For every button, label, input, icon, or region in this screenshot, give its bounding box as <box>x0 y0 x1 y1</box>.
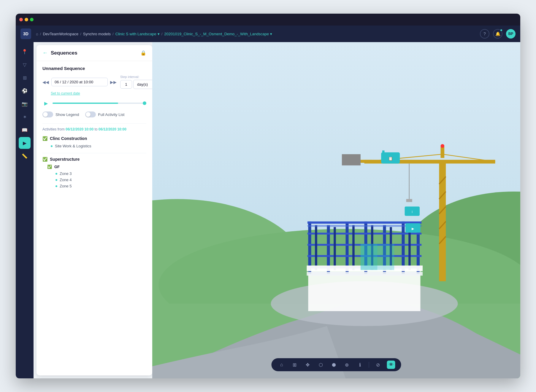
tree-parent-superstructure[interactable]: ✅ Superstructure <box>42 157 146 162</box>
svg-rect-29 <box>378 244 394 270</box>
svg-text:i: i <box>412 210 413 213</box>
toolbar-frame-icon[interactable]: ⬡ <box>317 361 325 369</box>
bullet-icon-4 <box>55 185 57 187</box>
superstructure-label: Superstructure <box>50 157 80 162</box>
tree-children-gf: Zone 3 Zone 4 Zone 5 <box>47 171 146 188</box>
sidebar-item-ruler[interactable]: 📏 <box>19 150 31 162</box>
svg-rect-20 <box>334 227 336 270</box>
bullet-icon <box>51 145 53 147</box>
sidebar-item-camera[interactable]: 📷 <box>19 98 31 110</box>
datetime-input[interactable] <box>51 78 108 86</box>
minimize-dot[interactable] <box>25 18 28 21</box>
tree-child-sitework[interactable]: Site Work & Logistics <box>51 144 146 148</box>
check-circle-icon-3: ✅ <box>47 165 52 169</box>
full-activity-toggle-group: Full Activity List <box>85 111 125 117</box>
close-dot[interactable] <box>19 18 23 21</box>
panel-title: Sequences <box>51 50 77 56</box>
tree-child-zone4[interactable]: Zone 4 <box>55 178 146 182</box>
breadcrumb-sep2: / <box>80 32 81 36</box>
svg-rect-27 <box>307 272 423 276</box>
home-icon[interactable]: ⌂ <box>36 32 38 36</box>
back-button[interactable]: ← <box>42 50 48 56</box>
app-logo: 3D <box>20 28 31 39</box>
panel-content: Unnamed Sequence ◀◀ ▶▶ Step interval: da… <box>37 61 152 375</box>
top-navigation: 3D ⌂ / DevTeamWorkspace / Synchro models… <box>16 26 520 42</box>
play-button[interactable]: ▶ <box>42 100 50 107</box>
sequence-name: Unnamed Sequence <box>42 66 146 71</box>
bullet-icon-2 <box>55 173 57 175</box>
tree-section-superstructure: ✅ Superstructure ✅ GF Zone 3 <box>42 157 146 188</box>
tree-subparent-gf-row[interactable]: ✅ GF <box>47 165 146 169</box>
breadcrumb: ⌂ / DevTeamWorkspace / Synchro models / … <box>36 32 478 36</box>
toolbar-divider <box>369 362 369 368</box>
divider-2 <box>42 153 146 153</box>
breadcrumb-clinic[interactable]: Clinic S with Landscape ▾ <box>115 32 160 36</box>
scene: 📋 i ▶ ⌂ ⊞ ✥ ⬡ ⬢ ⊕ <box>152 42 520 378</box>
progress-handle[interactable] <box>143 101 146 105</box>
toolbar-eye-icon[interactable]: 👁 <box>387 361 395 369</box>
breadcrumb-synchro[interactable]: Synchro models <box>83 32 111 36</box>
svg-rect-15 <box>307 233 421 235</box>
panel-header-left: ← Sequences <box>42 50 77 56</box>
breadcrumb-workspace[interactable]: DevTeamWorkspace <box>43 32 78 36</box>
toolbar-perspective-icon[interactable]: ⬢ <box>330 361 338 369</box>
sidebar-item-location[interactable]: 📍 <box>19 46 31 58</box>
sidebar-item-navigation[interactable]: ▽ <box>19 59 31 71</box>
help-button[interactable]: ? <box>480 29 489 39</box>
svg-rect-19 <box>315 225 317 270</box>
playback-row: ▶ <box>42 100 146 107</box>
prev-button[interactable]: ◀◀ <box>42 80 49 85</box>
gf-label: GF <box>54 165 60 169</box>
toolbar-info-icon[interactable]: ℹ <box>356 361 364 369</box>
avatar-button[interactable]: BP <box>506 29 516 39</box>
bullet-icon-3 <box>55 179 57 181</box>
sidebar-item-soccer[interactable]: ⚽ <box>19 85 31 97</box>
maximize-dot[interactable] <box>30 18 34 21</box>
step-label: Step interval: <box>120 75 152 79</box>
svg-rect-41 <box>441 147 445 158</box>
zone3-label: Zone 3 <box>60 171 72 176</box>
main-content: 📍 ▽ ⊞ ⚽ 📷 ✶ 📖 ▶ 📏 ← Sequences 🔒 Unnamed … <box>16 42 520 378</box>
show-legend-toggle[interactable] <box>42 111 53 117</box>
chevron-down-icon: ▾ <box>158 32 160 36</box>
next-button[interactable]: ▶▶ <box>110 80 117 85</box>
activity-info: Activities from 06/12/2020 10:00 to 06/1… <box>42 127 146 131</box>
viewport-3d[interactable]: 📋 i ▶ ⌂ ⊞ ✥ ⬡ ⬢ ⊕ <box>152 42 520 378</box>
sidebar-item-person[interactable]: ✶ <box>19 111 31 123</box>
breadcrumb-sep1: / <box>40 32 41 36</box>
progress-bar[interactable] <box>53 103 146 104</box>
sidebar-item-sequence[interactable]: ▶ <box>19 137 31 149</box>
progress-fill <box>53 103 118 104</box>
toggle-thumb-2 <box>86 112 91 117</box>
toggles-row: Show Legend Full Activity List <box>42 111 146 117</box>
tree-children-clinc: Site Work & Logistics <box>42 144 146 148</box>
notifications-button[interactable]: 🔔 <box>493 29 502 39</box>
full-activity-toggle[interactable] <box>85 111 96 117</box>
toolbar-target-icon[interactable]: ⊕ <box>343 361 351 369</box>
panel-header: ← Sequences 🔒 <box>37 45 152 61</box>
tree-child-zone3[interactable]: Zone 3 <box>55 171 146 176</box>
toolbar-slash-icon[interactable]: ⊘ <box>374 361 382 369</box>
bell-icon: 🔔 <box>495 31 500 36</box>
lock-icon[interactable]: 🔒 <box>140 50 146 56</box>
step-unit-select[interactable]: day(s) hour(s) week(s) <box>133 80 152 89</box>
set-current-date-link[interactable]: Set to current date <box>51 91 146 95</box>
toggle-thumb <box>43 112 48 117</box>
tree-parent-clinc[interactable]: ✅ Clinc Construction <box>42 136 146 141</box>
show-legend-label: Show Legend <box>55 112 79 117</box>
check-circle-icon: ✅ <box>42 136 47 141</box>
sidebar-item-book[interactable]: 📖 <box>19 124 31 136</box>
step-value-input[interactable] <box>120 80 132 89</box>
zone5-label: Zone 5 <box>60 184 72 188</box>
sidebar-icons: 📍 ▽ ⊞ ⚽ 📷 ✶ 📖 ▶ 📏 <box>16 42 34 378</box>
sidebar-item-layers[interactable]: ⊞ <box>19 72 31 84</box>
toolbar-home-icon[interactable]: ⌂ <box>277 361 286 369</box>
svg-rect-43 <box>406 199 412 202</box>
tree-section-clinc: ✅ Clinc Construction Site Work & Logisti… <box>42 136 146 148</box>
breadcrumb-model[interactable]: 20201019_Clinic_S_-_M_Osment_Demo_-_With… <box>164 32 272 36</box>
divider-1 <box>42 123 146 124</box>
toolbar-grid-icon[interactable]: ⊞ <box>291 361 299 369</box>
svg-rect-38 <box>342 154 361 165</box>
toolbar-move-icon[interactable]: ✥ <box>304 361 312 369</box>
tree-child-zone5[interactable]: Zone 5 <box>55 184 146 188</box>
